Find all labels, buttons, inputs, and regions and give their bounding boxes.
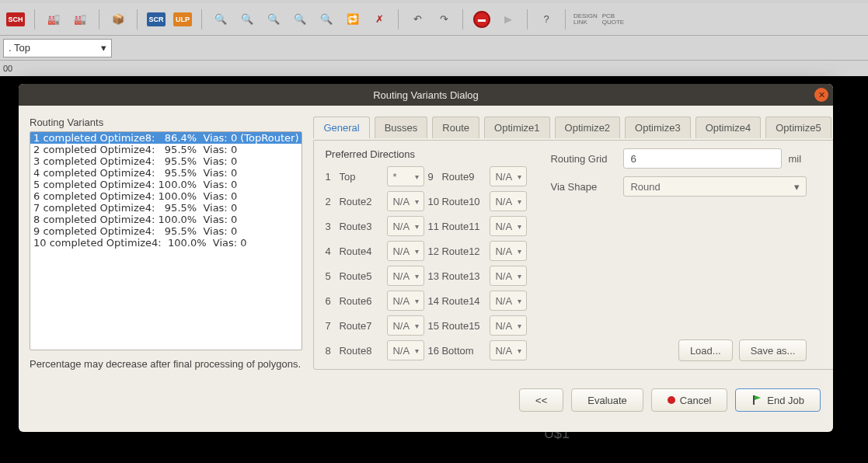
zoom-fit-icon[interactable]: 🔍 xyxy=(263,9,284,30)
back-button[interactable]: << xyxy=(519,388,563,412)
layer-name: Route11 xyxy=(441,221,486,232)
chevron-down-icon: ▾ xyxy=(415,346,419,355)
routing-variants-note: Percentage may decrease after final proc… xyxy=(30,358,302,370)
redo-icon[interactable]: ↷ xyxy=(433,9,455,30)
variant-row[interactable]: 7 completed Optimize4: 95.5% Vias: 0 xyxy=(30,202,302,214)
variant-row[interactable]: 1 completed Optimize8: 86.4% Vias: 0 (To… xyxy=(30,132,302,144)
layer-dir-select[interactable]: N/A▾ xyxy=(387,291,424,311)
layer-select[interactable]: . Top ▾ xyxy=(3,39,112,57)
layer-dir-select[interactable]: N/A▾ xyxy=(490,266,527,286)
toolbar-icon[interactable]: 📦 xyxy=(107,9,129,30)
evaluate-button[interactable]: Evaluate xyxy=(571,388,643,412)
via-shape-value: Round xyxy=(630,181,660,193)
zoom-in-icon[interactable]: 🔍 xyxy=(236,9,258,30)
dialog-title: Routing Variants Dialog xyxy=(373,89,479,101)
layer-dir-select[interactable]: N/A▾ xyxy=(387,191,424,211)
layer-dir-select[interactable]: N/A▾ xyxy=(387,315,424,336)
close-icon[interactable]: ✕ xyxy=(814,88,828,102)
layer-name: Route5 xyxy=(339,270,384,282)
chevron-down-icon: ▾ xyxy=(518,222,521,231)
routing-grid-label: Routing Grid xyxy=(550,153,617,165)
chevron-down-icon: ▾ xyxy=(518,322,521,330)
layer-dir-select[interactable]: N/A▾ xyxy=(387,216,424,236)
tab-optimize5[interactable]: Optimize5 xyxy=(765,117,831,138)
via-shape-select[interactable]: Round ▾ xyxy=(623,176,807,197)
layer-dir-select[interactable]: N/A▾ xyxy=(387,340,424,360)
chevron-down-icon: ▾ xyxy=(518,172,521,181)
layer-name: Route14 xyxy=(441,295,486,307)
layer-name: Route7 xyxy=(339,320,384,332)
undo-icon[interactable]: ↶ xyxy=(406,9,428,30)
tab-general[interactable]: General xyxy=(313,117,369,138)
layer-dir-select[interactable]: N/A▾ xyxy=(490,315,527,336)
layer-dir-select[interactable]: N/A▾ xyxy=(490,340,527,360)
routing-variants-list[interactable]: 1 completed Optimize8: 86.4% Vias: 0 (To… xyxy=(30,131,302,350)
routing-variants-label: Routing Variants xyxy=(30,117,302,128)
chevron-down-icon: ▾ xyxy=(415,247,419,256)
preferred-directions-grid: 1Top*▾9Route9N/A▾2Route2N/A▾10Route10N/A… xyxy=(325,166,535,360)
pcb-quote-button[interactable]: PCB QUOTE xyxy=(602,9,624,30)
tab-optimize1[interactable]: Optimize1 xyxy=(484,117,550,138)
via-shape-label: Via Shape xyxy=(550,181,617,193)
tab-route[interactable]: Route xyxy=(432,117,479,138)
cancel-button[interactable]: Cancel xyxy=(651,388,727,412)
dialog-actions: << Evaluate Cancel End Job xyxy=(19,381,833,423)
variant-row[interactable]: 9 completed Optimize4: 95.5% Vias: 0 xyxy=(30,225,302,237)
layer-dir-select[interactable]: N/A▾ xyxy=(387,241,424,261)
save-as-button[interactable]: Save as... xyxy=(739,339,807,361)
end-job-button[interactable]: End Job xyxy=(735,388,821,412)
layer-dir-select[interactable]: N/A▾ xyxy=(490,291,527,311)
variant-row[interactable]: 5 completed Optimize4: 100.0% Vias: 0 xyxy=(30,179,302,190)
ulp-button[interactable]: ULP xyxy=(172,9,193,30)
tab-optimize4[interactable]: Optimize4 xyxy=(695,117,762,138)
tab-optimize3[interactable]: Optimize3 xyxy=(625,117,691,138)
layer-name: Route10 xyxy=(441,196,486,207)
layer-number: 5 xyxy=(325,270,336,282)
zoom-sel-icon[interactable]: 🔍 xyxy=(289,9,311,30)
stop-icon[interactable] xyxy=(471,9,493,30)
scr-button[interactable]: SCR xyxy=(145,9,167,30)
layer-number: 3 xyxy=(325,221,336,232)
routing-variants-dialog: Routing Variants Dialog ✕ Routing Varian… xyxy=(19,84,833,432)
coord-readout: 00 xyxy=(3,64,12,73)
layer-dir-select[interactable]: N/A▾ xyxy=(490,166,527,186)
layer-name: Route4 xyxy=(339,245,384,257)
tab-optimize2[interactable]: Optimize2 xyxy=(555,117,621,138)
svg-rect-0 xyxy=(753,395,755,405)
layer-number: 13 xyxy=(427,270,438,282)
design-link-button[interactable]: DESIGN LINK xyxy=(573,9,598,30)
zoom-redraw-icon[interactable]: 🔍 xyxy=(315,9,337,30)
layer-select-row: . Top ▾ xyxy=(0,36,868,61)
variant-row[interactable]: 4 completed Optimize4: 95.5% Vias: 0 xyxy=(30,167,302,179)
cancel-icon xyxy=(668,396,675,404)
refresh-icon[interactable]: 🔁 xyxy=(342,9,364,30)
cross-icon[interactable]: ✗ xyxy=(368,9,390,30)
layer-name: Route9 xyxy=(441,171,486,183)
toolbar-icon[interactable]: 🏭 xyxy=(43,9,64,30)
chevron-down-icon: ▾ xyxy=(518,247,521,256)
layer-dir-select[interactable]: N/A▾ xyxy=(490,191,527,211)
layer-number: 1 xyxy=(325,171,336,183)
layer-name: Route12 xyxy=(441,245,486,257)
variant-row[interactable]: 10 completed Optimize4: 100.0% Vias: 0 xyxy=(30,237,302,249)
zoom-out-icon[interactable]: 🔍 xyxy=(210,9,232,30)
tab-busses[interactable]: Busses xyxy=(375,117,428,138)
layer-dir-select[interactable]: N/A▾ xyxy=(490,216,527,236)
help-icon[interactable]: ? xyxy=(535,9,557,30)
routing-grid-input[interactable] xyxy=(623,148,782,169)
layer-number: 6 xyxy=(325,295,336,307)
layer-dir-select[interactable]: N/A▾ xyxy=(387,266,424,286)
toolbar-icon[interactable]: 🏭 xyxy=(69,9,91,30)
variant-row[interactable]: 3 completed Optimize4: 95.5% Vias: 0 xyxy=(30,155,302,167)
dialog-titlebar: Routing Variants Dialog ✕ xyxy=(19,84,833,106)
variant-row[interactable]: 2 completed Optimize4: 95.5% Vias: 0 xyxy=(30,144,302,155)
variant-row[interactable]: 8 completed Optimize4: 100.0% Vias: 0 xyxy=(30,214,302,225)
variant-row[interactable]: 6 completed Optimize4: 100.0% Vias: 0 xyxy=(30,190,302,202)
load-button[interactable]: Load... xyxy=(678,339,733,361)
toolbar-icon[interactable]: SCH xyxy=(5,9,26,30)
layer-dir-select[interactable]: N/A▾ xyxy=(490,241,527,261)
layer-number: 8 xyxy=(325,345,336,357)
go-icon[interactable]: ▶ xyxy=(497,9,519,30)
chevron-down-icon: ▾ xyxy=(415,272,419,280)
layer-dir-select[interactable]: *▾ xyxy=(387,166,424,186)
